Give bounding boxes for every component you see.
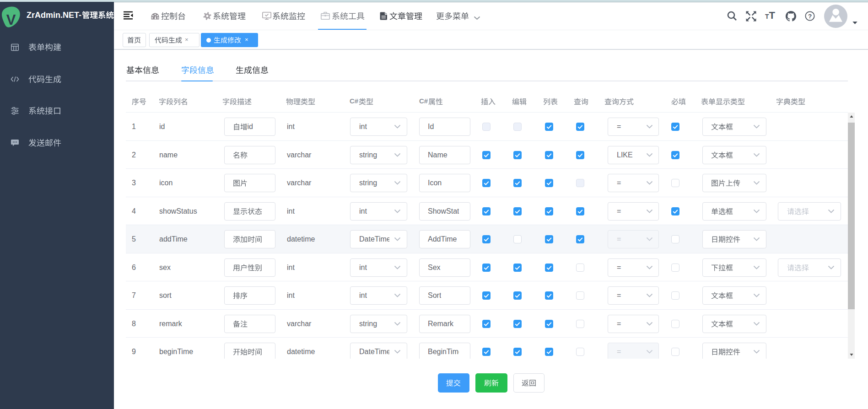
svg-text:V: V	[6, 12, 16, 28]
svg-text:?: ?	[808, 13, 811, 20]
